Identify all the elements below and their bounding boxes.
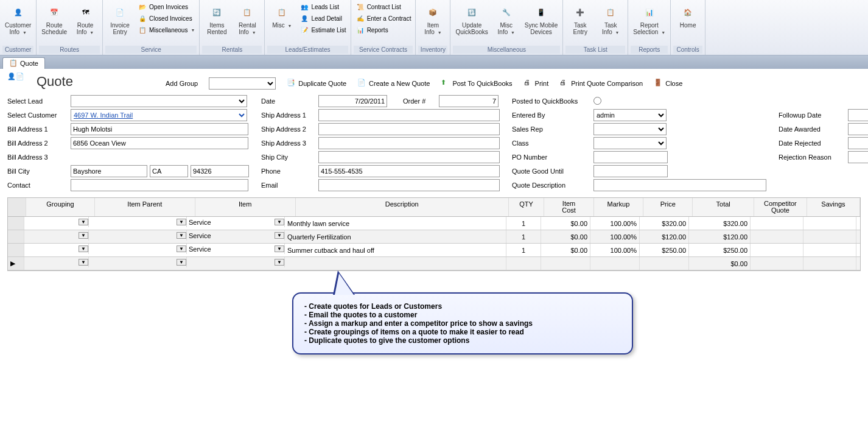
- table-row[interactable]: ▼▼Service▼Monthly lawn service1$0.00100.…: [8, 217, 860, 230]
- cell-cost[interactable]: $0.00: [541, 230, 590, 243]
- print-button[interactable]: 🖨Print: [523, 79, 549, 88]
- print-comparison-button[interactable]: 🖨Print Quote Comparison: [559, 79, 643, 88]
- sync-mobile-button[interactable]: 📱Sync MobileDevices: [522, 1, 560, 37]
- grouping-dropdown[interactable]: ▼: [79, 259, 88, 266]
- close-button[interactable]: 🚪Close: [654, 79, 682, 88]
- cell-price[interactable]: $320.00: [640, 217, 689, 230]
- enter-contract-button[interactable]: ✍Enter a Contract: [354, 13, 413, 24]
- table-row[interactable]: ▼▼Service▼Summer cutback and haul off1$0…: [8, 244, 860, 257]
- home-button[interactable]: 🏠Home: [673, 1, 702, 30]
- task-entry-button[interactable]: ➕TaskEntry: [565, 1, 595, 37]
- bill-addr1-field[interactable]: [71, 123, 248, 135]
- cell-markup[interactable]: [590, 257, 640, 270]
- parent-dropdown[interactable]: ▼: [177, 245, 186, 252]
- item-info-button[interactable]: 📦ItemInfo ▼: [418, 1, 447, 37]
- class-field[interactable]: [593, 137, 667, 149]
- item-dropdown[interactable]: ▼: [275, 245, 284, 252]
- create-new-quote-button[interactable]: 📄Create a New Quote: [357, 79, 430, 88]
- entered-by-field[interactable]: admin: [593, 109, 667, 121]
- route-schedule-button[interactable]: 📅RouteSchedule: [39, 1, 69, 37]
- cell-description[interactable]: Summer cutback and haul off: [285, 244, 506, 256]
- rejected-field[interactable]: [848, 137, 868, 149]
- ship-addr3-field[interactable]: [318, 137, 500, 149]
- invoice-entry-button[interactable]: 📄InvoiceEntry: [105, 1, 135, 37]
- cell-price[interactable]: $120.00: [640, 230, 689, 243]
- cell-description[interactable]: Monthly lawn service: [285, 217, 506, 230]
- select-lead-field[interactable]: [71, 95, 247, 107]
- cell-qty[interactable]: [506, 257, 541, 270]
- bill-state-field[interactable]: [150, 165, 188, 177]
- open-invoices-button[interactable]: 📂Open Invoices: [136, 1, 197, 12]
- cell-competitor[interactable]: [751, 244, 803, 256]
- parent-dropdown[interactable]: ▼: [177, 259, 186, 266]
- misc-info-button[interactable]: 🔧MiscInfo ▼: [492, 1, 521, 37]
- sales-rep-field[interactable]: [593, 123, 667, 135]
- estimate-list-button[interactable]: 📝Estimate List: [298, 24, 348, 35]
- bill-addr2-field[interactable]: [71, 137, 248, 149]
- grouping-dropdown[interactable]: ▼: [79, 245, 88, 252]
- cell-markup[interactable]: 100.00%: [590, 244, 640, 256]
- cell-qty[interactable]: 1: [506, 230, 541, 243]
- awarded-field[interactable]: [848, 123, 868, 135]
- item-dropdown[interactable]: ▼: [275, 259, 284, 266]
- post-quickbooks-button[interactable]: ⬆Post To QuickBooks: [441, 79, 512, 88]
- misc-leads-button[interactable]: 📋Misc ▼: [267, 1, 296, 30]
- items-rented-button[interactable]: 🔄ItemsRented: [202, 1, 231, 37]
- customer-info-button[interactable]: 👤CustomerInfo ▼: [2, 1, 33, 37]
- quote-good-field[interactable]: [593, 165, 668, 177]
- row-selector[interactable]: ▶: [8, 257, 24, 270]
- cell-qty[interactable]: 1: [506, 217, 541, 230]
- cell-price[interactable]: $250.00: [640, 244, 689, 256]
- select-customer-field[interactable]: 4697 W. Indian Trail: [71, 109, 247, 121]
- po-number-field[interactable]: [593, 151, 668, 163]
- contact-field[interactable]: [71, 179, 248, 191]
- duplicate-quote-button[interactable]: 📑Duplicate Quote: [287, 79, 346, 88]
- parent-dropdown[interactable]: ▼: [177, 232, 186, 239]
- grouping-dropdown[interactable]: ▼: [79, 219, 88, 225]
- lead-detail-button[interactable]: 👤Lead Detail: [298, 13, 348, 24]
- rej-reason-field[interactable]: [848, 151, 868, 163]
- tab-quote[interactable]: 📋 Quote: [2, 57, 45, 69]
- task-info-button[interactable]: 📋TaskInfo ▼: [596, 1, 625, 37]
- cell-qty[interactable]: 1: [506, 244, 541, 256]
- row-selector[interactable]: [8, 217, 24, 230]
- posted-qb-radio[interactable]: [593, 97, 601, 105]
- cell-description[interactable]: Quarterly Fertilization: [285, 230, 506, 243]
- item-dropdown[interactable]: ▼: [275, 219, 284, 225]
- update-quickbooks-button[interactable]: 🔃UpdateQuickBooks: [453, 1, 490, 37]
- cell-description[interactable]: [285, 257, 506, 270]
- reports-button[interactable]: 📊Reports: [354, 24, 413, 35]
- cell-cost[interactable]: [541, 257, 590, 270]
- followup-field[interactable]: [848, 109, 868, 121]
- email-field[interactable]: [318, 179, 500, 191]
- leads-list-button[interactable]: 👥Leads List: [298, 1, 348, 12]
- grouping-dropdown[interactable]: ▼: [79, 232, 88, 239]
- item-dropdown[interactable]: ▼: [275, 232, 284, 239]
- cell-price[interactable]: [640, 257, 689, 270]
- row-selector[interactable]: [8, 244, 24, 256]
- order-no-field[interactable]: [439, 95, 499, 107]
- miscellaneous-button[interactable]: 📋Miscellaneous▼: [136, 24, 197, 35]
- report-selection-button[interactable]: 📊ReportSelection ▼: [631, 1, 668, 37]
- route-info-button[interactable]: 🗺RouteInfo ▼: [71, 1, 100, 37]
- bill-zip-field[interactable]: [191, 165, 249, 177]
- ship-city-field[interactable]: [318, 151, 500, 163]
- cell-competitor[interactable]: [751, 230, 803, 243]
- cell-cost[interactable]: $0.00: [541, 217, 590, 230]
- add-group-select[interactable]: [209, 77, 276, 90]
- date-field[interactable]: [318, 95, 387, 107]
- cell-competitor[interactable]: [751, 217, 803, 230]
- cell-markup[interactable]: 100.00%: [590, 217, 640, 230]
- closed-invoices-button[interactable]: 🔒Closed Invoices: [136, 13, 197, 24]
- quote-desc-field[interactable]: [593, 179, 766, 191]
- row-selector[interactable]: [8, 230, 24, 243]
- table-row[interactable]: ▼▼Service▼Quarterly Fertilization1$0.001…: [8, 230, 860, 244]
- ship-addr2-field[interactable]: [318, 123, 500, 135]
- cell-markup[interactable]: 100.00%: [590, 230, 640, 243]
- phone-field[interactable]: [318, 165, 500, 177]
- cell-cost[interactable]: $0.00: [541, 244, 590, 256]
- table-row[interactable]: ▶▼▼▼$0.00: [8, 257, 860, 270]
- cell-competitor[interactable]: [751, 257, 803, 270]
- contract-list-button[interactable]: 📜Contract List: [354, 1, 413, 12]
- parent-dropdown[interactable]: ▼: [177, 219, 186, 225]
